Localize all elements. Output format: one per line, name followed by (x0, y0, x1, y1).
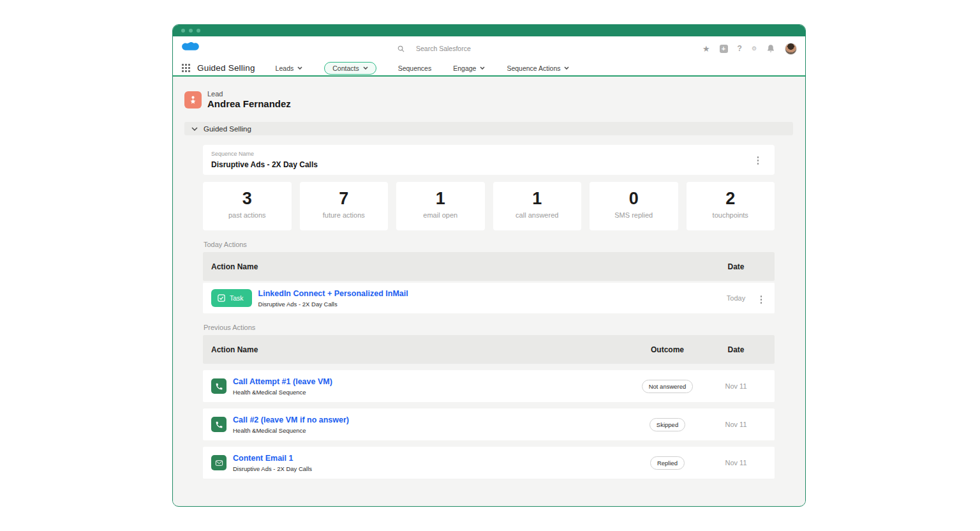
action-date: Nov 11 (706, 459, 766, 467)
stat-future-actions: 7 future actions (300, 182, 389, 230)
stat-sms-replied: 0 SMS replied (590, 182, 678, 230)
action-date: Nov 11 (706, 382, 766, 390)
record-header: Lead Andrea Fernandez (173, 77, 805, 109)
main-content: Lead Andrea Fernandez Guided Selling Seq… (173, 77, 805, 505)
chevron-down-icon (297, 66, 302, 70)
action-sequence-subtitle: Disruptive Ads - 2X Day Calls (233, 465, 629, 472)
action-link[interactable]: Content Email 1 (233, 454, 629, 463)
favorites-star-icon[interactable]: ★ (702, 44, 710, 54)
stat-past-actions: 3 past actions (203, 182, 292, 230)
outcome-badge: Not answered (642, 380, 694, 393)
sequence-menu-kebab-icon[interactable] (755, 154, 761, 167)
action-link[interactable]: Call Attempt #1 (leave VM) (233, 377, 629, 386)
sequence-field-label: Sequence Name (211, 151, 766, 157)
stat-call-answered: 1 call answered (493, 182, 582, 230)
nav-tabs: Leads Contacts Sequences Engage Sequence… (276, 62, 570, 75)
window-titlebar (173, 25, 805, 36)
quick-add-icon[interactable]: + (720, 45, 728, 53)
app-window: Search Salesforce ★ + ? ⚙ Guided Selling (172, 24, 806, 507)
previous-action-row: Content Email 1 Disruptive Ads - 2X Day … (203, 447, 775, 479)
app-launcher-waffle-icon[interactable] (182, 64, 190, 72)
app-name: Guided Selling (197, 63, 255, 73)
record-title: Andrea Fernandez (207, 98, 291, 109)
guided-selling-section-header[interactable]: Guided Selling (184, 122, 793, 135)
user-avatar[interactable] (785, 43, 797, 55)
salesforce-logo-icon (181, 41, 199, 55)
tab-sequence-actions[interactable]: Sequence Actions (507, 64, 569, 72)
header-actions: ★ + ? ⚙ (702, 36, 797, 61)
chevron-down-icon (480, 66, 485, 70)
email-icon (211, 455, 226, 470)
action-link[interactable]: Call #2 (leave VM if no answer) (233, 415, 629, 424)
row-menu-kebab-icon[interactable] (759, 294, 764, 306)
search-placeholder: Search Salesforce (416, 45, 471, 52)
outcome-badge: Skipped (650, 418, 685, 431)
search-icon (397, 45, 405, 52)
task-check-icon (218, 294, 225, 302)
tab-leads[interactable]: Leads (276, 64, 303, 72)
column-outcome: Outcome (629, 345, 706, 354)
chevron-down-icon (564, 66, 569, 70)
column-action-name: Action Name (211, 345, 629, 354)
previous-action-row: Call #2 (leave VM if no answer) Health &… (203, 408, 775, 440)
column-date: Date (706, 345, 766, 354)
action-date: Today (706, 294, 766, 302)
lead-object-icon (184, 91, 202, 108)
record-type-label: Lead (207, 90, 291, 98)
tab-sequences[interactable]: Sequences (398, 64, 432, 72)
action-sequence-subtitle: Health &Medical Sequence (233, 427, 629, 434)
action-sequence-subtitle: Disruptive Ads - 2X Day Calls (258, 301, 706, 308)
setup-gear-icon[interactable]: ⚙ (752, 45, 757, 52)
notifications-bell-icon[interactable] (766, 44, 775, 53)
page-background: Search Salesforce ★ + ? ⚙ Guided Selling (0, 0, 980, 531)
chevron-down-icon (191, 127, 198, 131)
stat-email-open: 1 email open (396, 182, 485, 230)
help-icon[interactable]: ? (738, 44, 742, 53)
action-link[interactable]: LinkedIn Connect + Personalized InMail (258, 289, 706, 298)
today-action-row: Task LinkedIn Connect + Personalized InM… (203, 283, 775, 313)
phone-icon (211, 378, 226, 394)
sequence-card: Sequence Name Disruptive Ads - 2X Day Ca… (203, 145, 775, 175)
action-date: Nov 11 (706, 421, 766, 428)
previous-action-row: Call Attempt #1 (leave VM) Health &Medic… (203, 370, 775, 402)
global-header: Search Salesforce ★ + ? ⚙ (173, 36, 805, 61)
window-minimize-button[interactable] (189, 29, 193, 33)
section-title: Guided Selling (204, 125, 251, 133)
stat-touchpoints: 2 touchpoints (687, 182, 775, 230)
phone-icon (211, 417, 226, 432)
action-sequence-subtitle: Health &Medical Sequence (233, 389, 629, 396)
column-action-name: Action Name (211, 262, 706, 271)
today-actions-label: Today Actions (204, 241, 775, 248)
stats-row: 3 past actions 7 future actions 1 email … (203, 182, 775, 230)
window-maximize-button[interactable] (197, 29, 200, 33)
outcome-badge: Replied (650, 456, 685, 470)
previous-actions-label: Previous Actions (204, 324, 775, 331)
today-actions-table-header: Action Name Date (203, 252, 775, 281)
column-date: Date (706, 262, 766, 271)
chevron-down-icon (363, 66, 368, 70)
sequence-name: Disruptive Ads - 2X Day Calls (211, 160, 766, 169)
global-search[interactable]: Search Salesforce (397, 36, 471, 61)
app-navigation: Guided Selling Leads Contacts Sequences … (173, 61, 805, 77)
tab-contacts[interactable]: Contacts (324, 62, 376, 75)
tab-engage[interactable]: Engage (453, 64, 485, 72)
window-close-button[interactable] (181, 29, 185, 33)
task-badge: Task (211, 289, 252, 307)
previous-actions-table-header: Action Name Outcome Date (203, 335, 775, 364)
